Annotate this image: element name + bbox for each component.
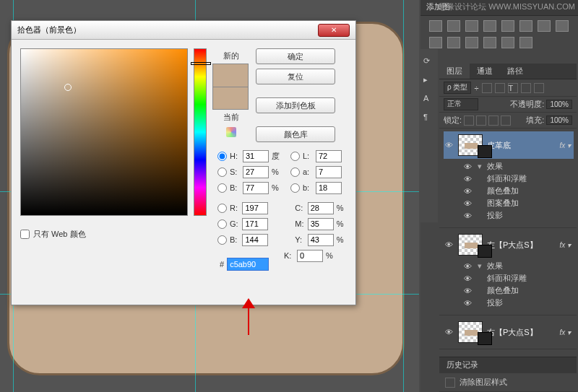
char-icon[interactable]: A	[423, 94, 435, 105]
guide-vertical[interactable]	[403, 0, 404, 392]
current-color-swatch[interactable]	[212, 87, 249, 110]
lock-position-icon[interactable]	[488, 116, 499, 126]
input-k[interactable]	[297, 250, 323, 262]
mask-thumb[interactable]	[478, 332, 492, 345]
mixer-icon[interactable]	[429, 37, 442, 48]
eye-icon[interactable]: 👁	[462, 298, 473, 308]
input-g[interactable]	[242, 218, 268, 230]
color-library-button[interactable]: 颜色库	[256, 126, 335, 142]
input-y[interactable]	[308, 234, 334, 246]
layer-thumb[interactable]	[458, 321, 483, 343]
layer-name[interactable]: 皮革底	[487, 140, 555, 151]
eye-icon[interactable]: 👁	[444, 240, 454, 250]
fx-item[interactable]: 👁颜色叠加	[462, 284, 574, 297]
input-m[interactable]	[308, 218, 334, 230]
bw-icon[interactable]	[538, 20, 551, 32]
color-cube-icon[interactable]	[226, 127, 236, 137]
eye-icon[interactable]: 👁	[462, 186, 473, 196]
lock-paint-icon[interactable]	[476, 116, 486, 126]
mask-thumb[interactable]	[478, 245, 492, 258]
eye-icon[interactable]: 👁	[462, 286, 473, 296]
filter-shape-icon[interactable]	[521, 83, 531, 93]
radio-g[interactable]	[217, 219, 227, 229]
eye-icon[interactable]: 👁	[444, 140, 454, 150]
reset-button[interactable]: 复位	[256, 69, 335, 84]
fx-item[interactable]: 👁▾效果	[462, 260, 574, 272]
lock-all-icon[interactable]	[501, 116, 511, 126]
web-only-checkbox[interactable]	[20, 230, 30, 239]
radio-l[interactable]	[290, 152, 300, 161]
eye-icon[interactable]: 👁	[462, 261, 473, 271]
layer-name[interactable]: 右【P大点S】	[487, 327, 555, 338]
tab-history[interactable]: 历史记录	[439, 357, 577, 373]
close-button[interactable]: ✕	[318, 24, 350, 37]
input-lab-b[interactable]	[316, 182, 342, 194]
layer-item[interactable]: 👁右【P大点S】fx ▾	[439, 315, 577, 349]
radio-bv[interactable]	[217, 235, 227, 245]
radio-r[interactable]	[217, 204, 227, 213]
posterize-icon[interactable]	[483, 37, 496, 48]
levels-icon[interactable]	[447, 20, 460, 32]
tab-paths[interactable]: 路径	[500, 64, 530, 79]
exposure-icon[interactable]	[483, 20, 496, 32]
opacity-input[interactable]: 100%	[546, 100, 572, 109]
fx-badge[interactable]: fx ▾	[559, 141, 574, 149]
eye-icon[interactable]: 👁	[444, 327, 454, 337]
tab-layers[interactable]: 图层	[439, 64, 470, 79]
input-s[interactable]	[243, 166, 269, 178]
history-item[interactable]: 清除图层样式	[439, 373, 577, 392]
input-a[interactable]	[316, 166, 342, 178]
gradient-map-icon[interactable]	[519, 37, 532, 48]
radio-h[interactable]	[217, 152, 227, 161]
layer-name[interactable]: 左【P大点S】	[487, 240, 555, 251]
fx-item[interactable]: 👁图案叠加	[462, 197, 574, 209]
input-h[interactable]	[243, 150, 269, 162]
lookup-icon[interactable]	[447, 37, 460, 48]
input-bv[interactable]	[242, 234, 268, 246]
curves-icon[interactable]	[465, 20, 478, 32]
eye-icon[interactable]: 👁	[462, 162, 473, 172]
para-icon[interactable]: ¶	[423, 113, 435, 124]
fx-item[interactable]: 👁▾效果	[462, 160, 574, 173]
history-icon[interactable]: ⟳	[423, 56, 435, 68]
filter-adjust-icon[interactable]	[495, 83, 505, 93]
layer-item[interactable]: 👁左【P大点S】fx ▾👁▾效果👁斜面和浮雕👁颜色叠加👁投影	[439, 228, 577, 315]
filter-type-icon[interactable]: T	[508, 83, 518, 93]
ok-button[interactable]: 确定	[256, 48, 335, 64]
layer-thumb[interactable]	[458, 234, 483, 256]
hue-pointer[interactable]	[191, 62, 211, 65]
lock-transparency-icon[interactable]	[464, 116, 474, 126]
input-l[interactable]	[316, 150, 342, 162]
eye-icon[interactable]: 👁	[462, 174, 473, 184]
fill-input[interactable]: 100%	[546, 116, 572, 125]
mask-thumb[interactable]	[478, 145, 492, 158]
invert-icon[interactable]	[465, 37, 478, 48]
fx-item[interactable]: 👁投影	[462, 297, 574, 309]
fx-badge[interactable]: fx ▾	[559, 241, 574, 249]
blend-mode-select[interactable]: 正常	[444, 98, 478, 110]
radio-lab-b[interactable]	[290, 183, 300, 193]
radio-a[interactable]	[290, 167, 300, 177]
input-b[interactable]	[243, 182, 269, 194]
hue-slider[interactable]	[194, 48, 207, 216]
tab-channels[interactable]: 通道	[470, 64, 500, 79]
radio-b[interactable]	[217, 183, 227, 193]
actions-icon[interactable]: ▸	[423, 75, 435, 87]
fx-item[interactable]: 👁投影	[462, 209, 574, 222]
hex-input[interactable]	[227, 258, 269, 271]
vibrance-icon[interactable]	[501, 20, 514, 32]
layer-thumb[interactable]	[458, 134, 483, 156]
hue-icon[interactable]	[519, 20, 532, 32]
fx-item[interactable]: 👁斜面和浮雕	[462, 272, 574, 284]
eye-icon[interactable]: 👁	[462, 211, 473, 221]
input-c[interactable]	[308, 202, 334, 214]
photo-filter-icon[interactable]	[556, 20, 569, 32]
sv-cursor[interactable]	[64, 84, 72, 91]
eye-icon[interactable]: 👁	[462, 274, 473, 284]
brightness-icon[interactable]	[429, 20, 442, 32]
fx-item[interactable]: 👁颜色叠加	[462, 185, 574, 197]
fx-badge[interactable]: fx ▾	[559, 328, 574, 336]
saturation-value-box[interactable]	[20, 48, 188, 216]
threshold-icon[interactable]	[501, 37, 514, 48]
dialog-titlebar[interactable]: 拾色器（前景色） ✕	[12, 21, 355, 40]
